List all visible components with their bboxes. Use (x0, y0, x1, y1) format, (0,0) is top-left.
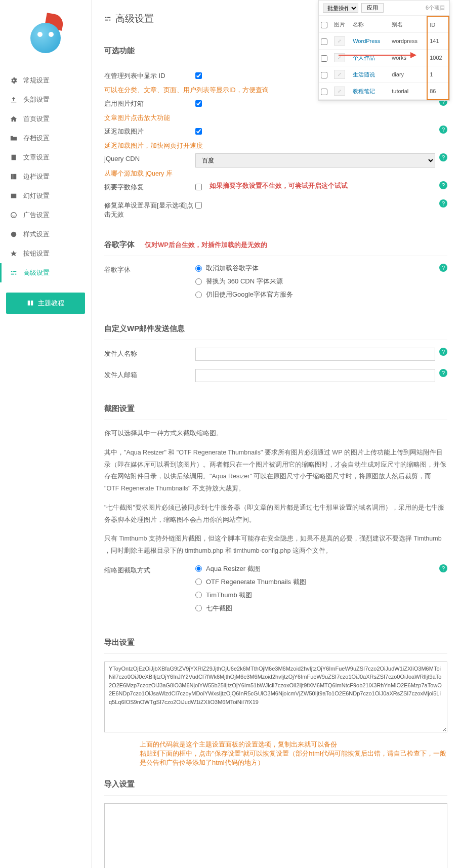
nav-advanced[interactable]: 高级设置 (0, 263, 91, 282)
nav-slider[interactable]: 幻灯设置 (0, 186, 91, 205)
hint-jquery: 从哪个源加载 jQuery 库 (104, 170, 447, 178)
radio-label: 仍旧使用Google字体官方服务 (206, 290, 293, 299)
label-lightbox: 启用图片灯箱 (104, 98, 195, 108)
help-icon[interactable]: ? (439, 369, 447, 377)
tutorial-button[interactable]: 主题教程 (6, 293, 85, 314)
textarea-import[interactable] (104, 803, 447, 868)
section-mail: 自定义WP邮件发送信息 (104, 318, 447, 340)
select-jquery-cdn[interactable]: 百度 (195, 153, 435, 168)
id-demo-overlay: 批量操作 应用 6个项目 图片 名称 别名 ID ⤢WordPresswordp… (318, 0, 450, 101)
main-content: 高级设置 保存设置 批量操作 应用 6个项目 图片 名称 别名 ID ⤢Word… (91, 0, 460, 868)
nav-label: 按钮设置 (23, 249, 50, 258)
label-thumb-mode: 缩略图截取方式 (104, 564, 195, 575)
smile-icon (10, 212, 18, 219)
nav-ads[interactable]: 广告设置 (0, 205, 91, 225)
nav-post[interactable]: 文章设置 (0, 148, 91, 167)
radio-qiniu[interactable] (195, 605, 202, 611)
folder-icon (10, 135, 18, 142)
checkbox-menu-fix[interactable] (195, 202, 202, 209)
nav-label: 广告设置 (23, 211, 50, 220)
row-checkbox[interactable] (321, 72, 327, 78)
palette-icon (10, 231, 18, 238)
help-icon[interactable]: ? (439, 181, 447, 189)
radio-gfont-360[interactable] (195, 278, 202, 285)
svg-point-0 (11, 213, 17, 218)
section-export: 导出设置 (104, 632, 447, 654)
help-icon[interactable]: ? (439, 348, 447, 356)
help-icon[interactable]: ? (439, 153, 447, 161)
help-icon[interactable]: ? (439, 564, 447, 572)
help-icon[interactable]: ? (439, 264, 447, 272)
row-alias: wordpress (390, 33, 427, 50)
radio-label: 替换为 360 CDN 字体来源 (206, 277, 283, 286)
row-name[interactable]: WordPress (353, 38, 380, 44)
input-sender-name[interactable] (195, 348, 435, 361)
svg-point-1 (11, 232, 17, 237)
document-icon (10, 154, 18, 161)
nav-label: 文章设置 (23, 153, 50, 162)
nav-sidebar[interactable]: 边栏设置 (0, 167, 91, 186)
avatar (25, 15, 66, 56)
checkbox-lightbox[interactable] (195, 100, 202, 107)
arrow-annotation (339, 55, 414, 56)
nav-header[interactable]: 头部设置 (0, 90, 91, 109)
radio-aqua[interactable] (195, 565, 202, 572)
col-name: 名称 (351, 16, 390, 33)
row-checkbox[interactable] (321, 55, 327, 62)
checkbox-show-id[interactable] (195, 72, 202, 79)
thumb-desc-1: 你可以选择其中一种方式来截取缩略图。 (104, 428, 447, 440)
item-count: 6个项目 (426, 4, 445, 12)
row-id: 1 (427, 66, 449, 83)
row-checkbox[interactable] (321, 89, 327, 95)
section-gfonts: 谷歌字体仅对WP后台生效，对插件加载的是无效的 (104, 234, 447, 256)
nav-archive[interactable]: 存档设置 (0, 129, 91, 148)
row-name[interactable]: 生活随说 (353, 71, 375, 77)
star-icon (10, 250, 18, 257)
row-name[interactable]: 教程笔记 (353, 88, 375, 94)
help-icon[interactable]: ? (439, 126, 447, 134)
label-sender-email: 发件人邮箱 (104, 369, 195, 380)
radio-label: OTF Regenerate Thumbnails 截图 (206, 577, 306, 587)
book-icon (27, 300, 34, 307)
nav-style[interactable]: 样式设置 (0, 225, 91, 244)
gfonts-note: 仅对WP后台生效，对插件加载的是无效的 (145, 240, 267, 250)
batch-select[interactable]: 批量操作 (323, 4, 358, 13)
checkbox-lazyload[interactable] (195, 128, 202, 135)
radio-label: 取消加载谷歌字体 (206, 264, 259, 273)
nav-label: 幻灯设置 (23, 191, 50, 200)
hint-lightbox: 文章图片点击放大功能 (104, 114, 447, 122)
radio-timthumb[interactable] (195, 592, 202, 598)
nav-label: 常规设置 (23, 76, 50, 85)
radio-otf[interactable] (195, 578, 202, 585)
nav-label: 存档设置 (23, 134, 50, 143)
row-checkbox[interactable] (321, 38, 327, 45)
checkbox-excerpt[interactable] (195, 184, 202, 190)
radio-label: Aqua Resizer 截图 (206, 564, 261, 573)
nav-label: 头部设置 (23, 95, 50, 104)
input-sender-email[interactable] (195, 369, 435, 382)
textarea-export[interactable] (104, 662, 447, 732)
row-alias: works (390, 50, 427, 66)
label-excerpt: 摘要字数修复 (104, 181, 195, 192)
label-lazyload: 延迟加载图片 (104, 126, 195, 136)
label-show-id: 在管理列表中显示 ID (104, 70, 195, 80)
page-title: 高级设置 (104, 12, 154, 25)
help-icon[interactable]: ? (439, 199, 447, 208)
label-gfonts: 谷歌字体 (104, 264, 195, 274)
radio-gfont-google[interactable] (195, 292, 202, 298)
import-hint: 上面的代码就是这个主题设置面板的设置选项，复制出来就可以备份 粘贴到下面的框中，… (104, 734, 447, 773)
nav-home[interactable]: 首页设置 (0, 109, 91, 129)
label-menu-fix: 修复菜单设置界面[显示选项]点击无效 (104, 199, 195, 219)
radio-label: TimThumb 截图 (206, 591, 252, 600)
nav-general[interactable]: 常规设置 (0, 71, 91, 90)
radio-gfont-off[interactable] (195, 265, 202, 272)
upload-icon (10, 96, 18, 103)
apply-button[interactable]: 应用 (361, 3, 384, 13)
thumb-desc-4: 只有 Timthumb 支持外链图片截图，但这个脚本可能存在安全隐患，如果不是真… (104, 533, 447, 557)
hint-lazyload: 延迟加载图片，加快网页打开速度 (104, 142, 447, 150)
col-id: ID (427, 16, 449, 33)
sliders-icon (10, 269, 18, 276)
nav-button[interactable]: 按钮设置 (0, 244, 91, 263)
row-id: 86 (427, 83, 449, 100)
select-all-checkbox[interactable] (321, 22, 327, 28)
